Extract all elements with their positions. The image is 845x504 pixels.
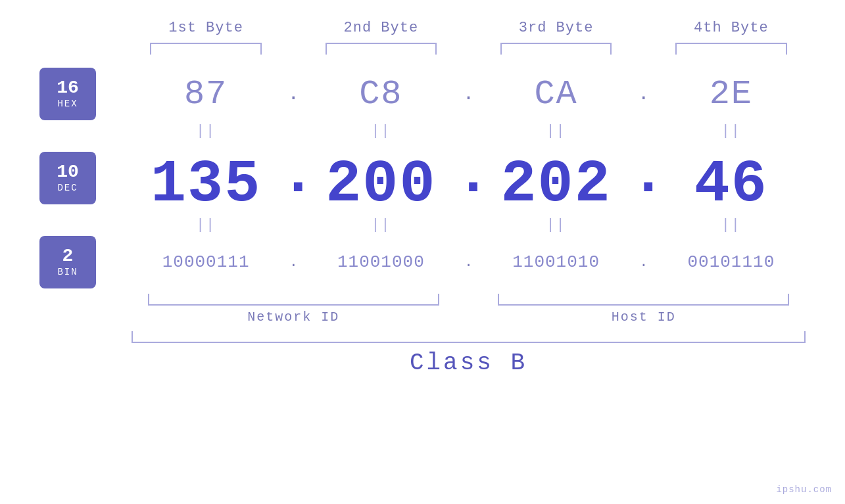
byte1-header: 1st Byte bbox=[132, 20, 280, 36]
bin-dot2: . bbox=[456, 254, 482, 271]
equals-row-2: || || || || bbox=[39, 217, 806, 233]
hex-base-label: 16 HEX bbox=[39, 68, 96, 120]
class-label: Class B bbox=[410, 350, 527, 377]
dec-row: 10 DEC 135 . 200 . 202 . 46 bbox=[39, 142, 806, 214]
host-id-label: Host ID bbox=[612, 309, 676, 325]
dec-dot3: . bbox=[631, 142, 657, 214]
byte2-header: 2nd Byte bbox=[306, 20, 455, 36]
bottom-brackets-section: Network ID Host ID bbox=[39, 294, 806, 343]
byte-headers: 1st Byte 2nd Byte 3rd Byte 4th Byte bbox=[39, 20, 806, 36]
bin-byte2: 11001000 bbox=[337, 252, 425, 272]
bin-byte3: 11001010 bbox=[512, 252, 600, 272]
hex-dot1: . bbox=[280, 83, 306, 105]
dec-dot2: . bbox=[456, 142, 482, 214]
equals-row-1: || || || || bbox=[39, 123, 806, 139]
dec-byte4: 46 bbox=[694, 151, 768, 218]
dec-byte1: 135 bbox=[151, 151, 261, 218]
bin-dot1: . bbox=[280, 254, 306, 271]
top-brackets bbox=[39, 43, 806, 55]
class-row: Class B bbox=[39, 350, 806, 377]
hex-byte4: 2E bbox=[710, 75, 753, 114]
byte4-header: 4th Byte bbox=[657, 20, 806, 36]
bin-byte4: 00101110 bbox=[687, 252, 775, 272]
dec-dot1: . bbox=[280, 142, 306, 214]
bin-byte1: 10000111 bbox=[162, 252, 250, 272]
byte3-header: 3rd Byte bbox=[482, 20, 631, 36]
bin-row: 2 BIN 10000111 . 11001000 . 11001010 . 0… bbox=[39, 236, 806, 288]
full-bottom-bracket bbox=[132, 331, 806, 343]
footer: ipshu.com bbox=[776, 484, 832, 495]
hex-dot3: . bbox=[631, 83, 657, 105]
dec-byte2: 200 bbox=[326, 151, 436, 218]
hex-byte1: 87 bbox=[184, 75, 228, 114]
network-bracket: Network ID bbox=[132, 294, 456, 325]
hex-row: 16 HEX 87 . C8 . CA . 2E bbox=[39, 68, 806, 120]
network-id-label: Network ID bbox=[247, 309, 339, 325]
host-bracket: Host ID bbox=[482, 294, 806, 325]
bin-dot3: . bbox=[631, 254, 657, 271]
dec-base-label: 10 DEC bbox=[39, 152, 96, 204]
hex-dot2: . bbox=[456, 83, 482, 105]
bin-base-label: 2 BIN bbox=[39, 236, 96, 288]
hex-byte2: C8 bbox=[359, 75, 402, 114]
dec-byte3: 202 bbox=[501, 151, 612, 218]
hex-byte3: CA bbox=[534, 75, 577, 114]
